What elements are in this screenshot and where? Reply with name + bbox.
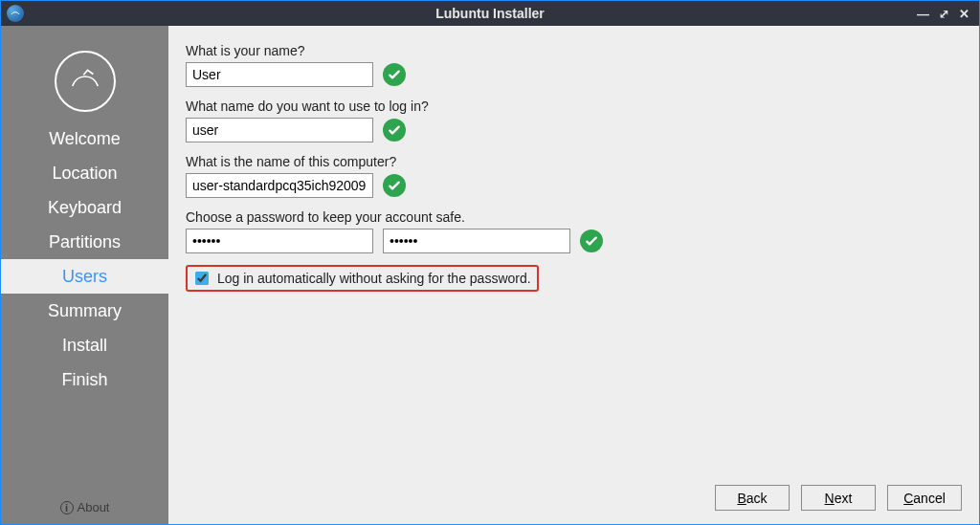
next-button[interactable]: Next — [801, 485, 876, 511]
titlebar: Lubuntu Installer — ⤢ ✕ — [1, 1, 979, 26]
computer-label: What is the name of this computer? — [186, 154, 962, 169]
autologin-label: Log in automatically without asking for … — [217, 271, 531, 286]
sidebar-step-users[interactable]: Users — [1, 259, 168, 294]
sidebar-step-location[interactable]: Location — [1, 156, 168, 190]
minimize-icon[interactable]: — — [917, 7, 929, 21]
step-list: Welcome Location Keyboard Partitions Use… — [1, 121, 168, 397]
sidebar-step-welcome[interactable]: Welcome — [1, 121, 168, 156]
login-label: What name do you want to use to log in? — [186, 98, 962, 114]
name-label: What is your name? — [186, 43, 962, 58]
main-panel: What is your name? What name do you want… — [168, 26, 979, 524]
computer-name-input[interactable] — [186, 173, 373, 198]
back-button[interactable]: Back — [715, 485, 790, 511]
info-icon: i — [60, 501, 74, 514]
cancel-label-rest: ancel — [913, 491, 945, 506]
password-confirm-input[interactable] — [383, 229, 570, 253]
installer-window: Lubuntu Installer — ⤢ ✕ Welcome Location… — [0, 0, 980, 525]
sidebar-step-partitions[interactable]: Partitions — [1, 225, 168, 259]
checkmark-icon — [580, 230, 603, 252]
footer-buttons: Back Next Cancel — [715, 485, 962, 511]
back-label-rest: ack — [746, 491, 768, 506]
cancel-button[interactable]: Cancel — [887, 485, 962, 511]
sidebar-step-finish[interactable]: Finish — [1, 362, 168, 397]
lubuntu-app-icon — [7, 5, 24, 22]
about-label: About — [78, 500, 110, 514]
next-label-rest: ext — [835, 491, 853, 506]
checkmark-icon — [383, 119, 406, 142]
sidebar-step-summary[interactable]: Summary — [1, 294, 168, 328]
sidebar-step-install[interactable]: Install — [1, 328, 168, 362]
login-input[interactable] — [186, 118, 373, 142]
close-icon[interactable]: ✕ — [959, 7, 969, 21]
window-title: Lubuntu Installer — [1, 6, 979, 21]
autologin-checkbox[interactable] — [195, 272, 209, 285]
sidebar: Welcome Location Keyboard Partitions Use… — [1, 26, 168, 524]
name-input[interactable] — [186, 62, 373, 87]
maximize-icon[interactable]: ⤢ — [939, 7, 949, 21]
password-label: Choose a password to keep your account s… — [186, 209, 962, 225]
about-link[interactable]: i About — [1, 500, 168, 514]
checkmark-icon — [383, 174, 406, 197]
autologin-highlight: Log in automatically without asking for … — [186, 265, 539, 292]
sidebar-step-keyboard[interactable]: Keyboard — [1, 190, 168, 225]
lubuntu-logo-icon — [55, 51, 116, 112]
password-input[interactable] — [186, 229, 373, 253]
checkmark-icon — [383, 63, 406, 86]
